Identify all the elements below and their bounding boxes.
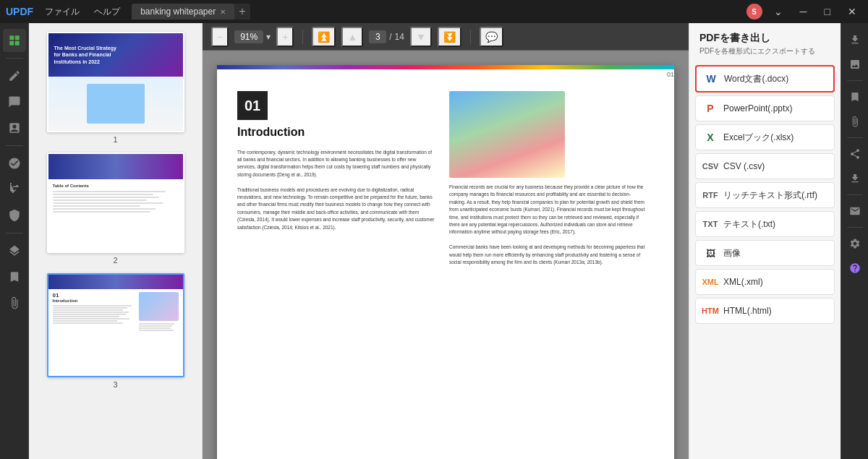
thumb-box-2[interactable]: Table of Contents — [47, 153, 184, 253]
menu-file[interactable]: ファイル — [39, 4, 85, 20]
export-label-word: Word文書(.docx) — [724, 73, 788, 85]
page-right-column: Financial records are crucial for any bu… — [449, 91, 647, 459]
export-item-image[interactable]: 🖼 画像 — [695, 240, 835, 266]
rt-icon-help[interactable] — [844, 257, 866, 279]
nav-first-button[interactable]: ⏫ — [312, 27, 336, 47]
thumb3-line — [139, 325, 173, 327]
export-item-html[interactable]: HTM HTML(.html) — [695, 298, 835, 324]
rt-icon-download[interactable] — [844, 168, 866, 189]
rt-icon-attachment[interactable] — [844, 111, 866, 132]
thumbnail-2[interactable]: Table of Contents 2 — [35, 153, 196, 265]
page-control: / 14 — [369, 30, 404, 43]
pdf-viewport[interactable]: 01 Introduction The contemporary, dynami… — [203, 51, 689, 459]
menu-help[interactable]: ヘルプ — [88, 4, 126, 20]
tab-banking[interactable]: banking whitepaper ✕ — [132, 4, 234, 20]
tab-label: banking whitepaper — [140, 7, 216, 17]
sidebar-icon-edit[interactable] — [3, 64, 26, 87]
export-item-rtf[interactable]: RTF リッチテキスト形式(.rtf) — [695, 182, 835, 208]
user-avatar: S — [746, 4, 762, 20]
xml-icon: XML — [703, 275, 718, 289]
menu-bar: ファイル ヘルプ — [39, 4, 126, 20]
thumb3-line — [53, 307, 128, 309]
thumb3-line — [53, 305, 132, 306]
export-item-xml[interactable]: XML XML(.xml) — [695, 269, 835, 295]
comment-button[interactable]: 💬 — [480, 27, 503, 47]
sidebar-icon-home[interactable] — [3, 29, 26, 52]
export-panel-subtitle: PDFを各種形式にエクスポートする — [699, 46, 830, 56]
sidebar-icon-protect[interactable] — [3, 204, 26, 227]
thumb2-lines — [53, 191, 179, 213]
export-item-txt[interactable]: TXT テキスト(.txt) — [695, 211, 835, 237]
thumb2-line — [53, 211, 151, 213]
thumb3-num: 01 — [53, 292, 136, 299]
sidebar-icon-bookmark[interactable] — [3, 265, 26, 288]
rt-icon-email[interactable] — [844, 200, 866, 222]
sidebar-divider-1 — [6, 58, 23, 59]
paragraph-4: Commercial banks have been looking at an… — [449, 244, 647, 266]
close-button[interactable]: ✕ — [842, 4, 862, 19]
sidebar-icon-organize[interactable] — [3, 116, 26, 140]
thumb3-line — [53, 316, 119, 317]
rt-divider-1 — [847, 80, 863, 81]
thumb-box-1[interactable]: The Most Crucial Strategyfor Banks and F… — [47, 32, 184, 132]
thumbnail-1[interactable]: The Most Crucial Strategyfor Banks and F… — [35, 32, 196, 144]
word-icon: W — [704, 72, 718, 86]
sidebar-icon-fill[interactable] — [3, 178, 26, 201]
thumb3-right — [139, 292, 179, 331]
rt-divider-4 — [847, 227, 863, 228]
thumb-box-3[interactable]: 01 Introduction — [47, 273, 184, 377]
page-image — [449, 91, 565, 178]
page-footer-number: 01 — [667, 71, 674, 459]
main-layout: The Most Crucial Strategyfor Banks and F… — [0, 23, 868, 459]
page-image-inner — [449, 91, 565, 178]
right-toolbar — [841, 23, 868, 459]
thumb2-line — [53, 197, 160, 198]
rt-icon-share[interactable] — [844, 143, 866, 165]
export-label-txt: テキスト(.txt) — [723, 218, 775, 231]
rt-divider-3 — [847, 194, 863, 195]
thumb2-content: Table of Contents — [48, 154, 183, 252]
zoom-out-button[interactable]: − — [211, 27, 229, 47]
export-label-excel: Excelブック(.xlsx) — [723, 132, 793, 144]
zoom-input[interactable] — [234, 30, 263, 43]
tab-add-button[interactable]: + — [234, 5, 250, 18]
rt-icon-bookmark[interactable] — [844, 86, 866, 108]
thumbnail-3[interactable]: 01 Introduction — [35, 273, 196, 389]
export-label-ppt: PowerPoint(.pptx) — [723, 103, 792, 113]
sidebar-icon-attachment[interactable] — [3, 291, 26, 314]
nav-prev-button[interactable]: ▲ — [341, 27, 363, 47]
page-separator: / — [389, 32, 391, 42]
thumb-label-2: 2 — [113, 256, 117, 265]
excel-icon: X — [703, 130, 718, 145]
pdf-page: 01 Introduction The contemporary, dynami… — [217, 65, 674, 459]
export-item-ppt[interactable]: P PowerPoint(.pptx) — [695, 95, 835, 121]
zoom-dropdown-icon[interactable]: ▾ — [266, 32, 271, 42]
export-item-excel[interactable]: X Excelブック(.xlsx) — [695, 124, 835, 150]
export-label-csv: CSV (.csv) — [723, 161, 765, 171]
zoom-in-button[interactable]: + — [276, 27, 294, 47]
sidebar-icon-annotate[interactable] — [3, 90, 26, 113]
page-left-column: 01 Introduction The contemporary, dynami… — [237, 91, 435, 459]
page-number-input[interactable] — [369, 30, 386, 43]
export-item-word[interactable]: W Word文書(.docx) — [695, 65, 835, 93]
thumb3-left: 01 Introduction — [53, 292, 136, 331]
rt-icon-thumbnails[interactable] — [844, 53, 866, 75]
export-list: W Word文書(.docx) P PowerPoint(.pptx) X Ex… — [689, 59, 841, 330]
nav-next-button[interactable]: ▼ — [410, 27, 432, 47]
html-icon: HTM — [703, 304, 718, 318]
csv-icon: CSV — [703, 159, 718, 173]
export-item-csv[interactable]: CSV CSV (.csv) — [695, 153, 835, 179]
export-label-xml: XML(.xml) — [723, 277, 763, 287]
sidebar-icon-convert[interactable] — [3, 152, 26, 175]
nav-last-button[interactable]: ⏬ — [438, 27, 461, 47]
maximize-button[interactable]: □ — [819, 4, 836, 19]
thumb2-line — [53, 194, 153, 195]
sidebar-icon-layers[interactable] — [3, 239, 26, 262]
paragraph-1: The contemporary, dynamic technology env… — [237, 149, 435, 179]
minimize-button[interactable]: ─ — [794, 4, 813, 19]
rt-icon-settings[interactable] — [844, 233, 866, 254]
window-chevron-icon[interactable]: ⌄ — [768, 4, 788, 19]
tab-close-icon[interactable]: ✕ — [220, 8, 226, 16]
tab-bar: banking whitepaper ✕ + — [132, 4, 250, 20]
rt-icon-export[interactable] — [844, 29, 866, 51]
